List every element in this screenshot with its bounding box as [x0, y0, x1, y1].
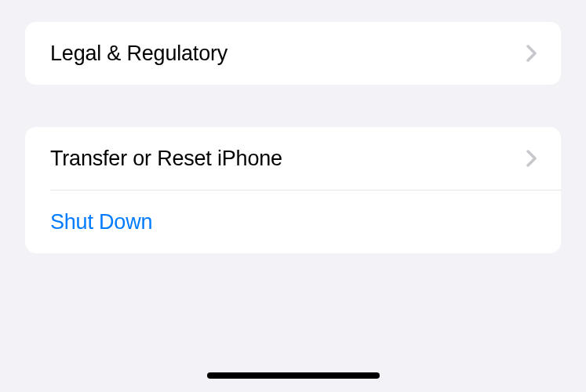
legal-regulatory-row[interactable]: Legal & Regulatory [25, 22, 561, 85]
settings-group-legal: Legal & Regulatory [25, 22, 561, 85]
shut-down-label: Shut Down [50, 210, 152, 234]
chevron-right-icon [526, 45, 537, 62]
home-indicator[interactable] [207, 372, 380, 379]
transfer-reset-label: Transfer or Reset iPhone [50, 147, 282, 171]
transfer-reset-row[interactable]: Transfer or Reset iPhone [25, 127, 561, 190]
shut-down-row[interactable]: Shut Down [25, 191, 561, 253]
legal-regulatory-label: Legal & Regulatory [50, 42, 227, 66]
chevron-right-icon [526, 150, 537, 167]
settings-group-system: Transfer or Reset iPhone Shut Down [25, 127, 561, 253]
